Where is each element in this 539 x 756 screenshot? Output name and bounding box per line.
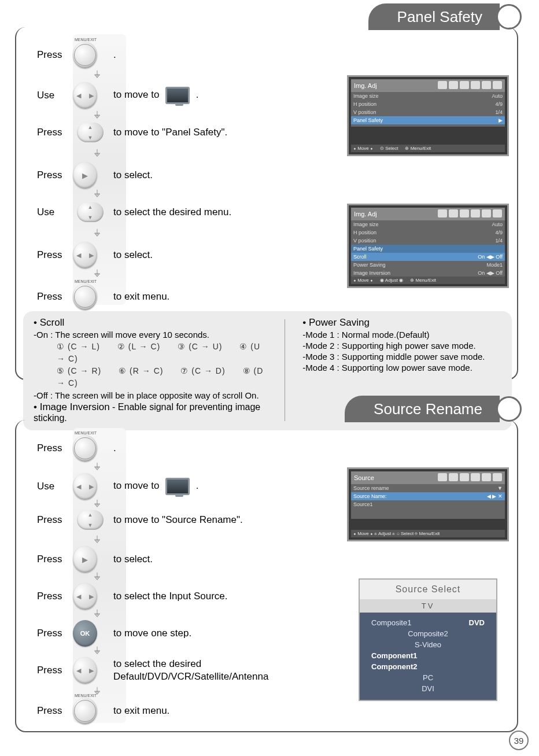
sr-step-6: Press to move one step. [37,620,338,647]
osd-row: H position4/9 [351,100,505,108]
step-verb: Use [37,90,73,101]
sr-step-5: Press to select the Input Source. [37,583,338,610]
osd-body: Source rename▼ Source Name:◀ ▶ ✕ Source1 [351,484,505,519]
panel-safety-tab: Panel Safety [368,3,522,30]
osd-icon-row [436,81,502,90]
step-text: to select. [113,554,338,565]
osd-header: Img. Adj [351,208,505,220]
osd-footer: ⬥ Move ⬥ ◉ Adjust ◉ ⊕ Menu/Exit [351,276,505,284]
tab-label: Source Rename [345,396,500,422]
source-row: Component2 [371,661,485,672]
osd-header: Source [351,471,505,484]
source-row: Composite2 [371,628,485,639]
step-verb: Press [37,705,73,717]
mode4: -Mode 4 : Supporting low power save mode… [302,363,501,373]
down-arrow-icon [92,534,102,547]
left-right-button-icon [73,242,97,268]
ps-step-6: Press to select. [37,242,338,268]
osd-row: Source rename▼ [351,484,505,492]
step-verb: Press [37,591,73,602]
ps-step-2: Use to move to . [37,82,338,109]
down-arrow-icon [92,228,102,241]
down-arrow-icon [92,571,102,584]
ps-step-1: Press . [37,42,338,68]
source-row: PC [371,672,485,683]
pre-text: to move to [113,89,159,100]
menu-exit-button-icon [73,42,97,68]
osd-row-highlight: Panel Safety▶ [351,116,505,124]
step-verb: Use [37,206,73,218]
osd-footer: ⬥ Move ⬥ ⊙ Select ⊕ Menu/Exit [351,145,505,152]
step-text: to select. [113,169,338,181]
step-verb: Press [37,127,73,138]
osd-footer: ⬥ Move ⬥ ◉ Adjust ◉ ⊙ Select ⊕ Menu/Exit [351,530,505,537]
mode3: -Mode 3 : Supporting middle power save m… [302,352,501,362]
post-text: . [196,89,199,100]
step-text: to move to "Panel Safety". [113,127,338,138]
osd-screenshot-1: Img. Adj Image sizeAuto H position4/9 V … [347,75,509,156]
down-arrow-icon [92,646,102,658]
step-text: to exit menu. [113,705,338,717]
source-row: DVI [371,683,485,694]
osd-row: Panel Safety [351,245,505,253]
menu-exit-button-icon [73,435,97,462]
sr-step-7: Press to select the desired Default/DVD/… [37,657,338,684]
tab-label: Panel Safety [368,3,500,30]
step-text: to move to . [113,87,338,104]
ps-step-3: Press to move to "Panel Safety". [37,123,338,142]
step-verb: Press [37,249,73,261]
ps-step-4: Press to select. [37,162,338,189]
source-row: S-Video [371,639,485,650]
down-arrow-icon [92,110,102,123]
left-right-button-icon [73,82,97,109]
step-verb: Press [37,169,73,181]
osd-row: V position1/4 [351,237,505,245]
mode1: -Mode 1 : Normal mode.(Default) [302,330,501,340]
scroll-title: Scroll [34,317,267,329]
step-verb: Press [37,554,73,565]
step-verb: Press [37,442,73,454]
left-right-button-icon [73,473,97,500]
source-select-tv: TV [360,599,496,613]
source-select-title: Source Select [360,580,496,599]
osd-row: Image sizeAuto [351,92,505,100]
osd-screenshot-2: Img. Adj Image sizeAuto H position4/9 V … [347,204,509,288]
scroll-on: -On : The screen will move every 10 seco… [34,330,267,340]
power-saving-title: Power Saving [302,317,501,329]
step-text: to select. [113,249,338,261]
post-text: . [196,480,199,491]
sr-step-1: Press . [37,435,338,462]
source-row: Composite1DVD [371,617,485,628]
step-text: to move one step. [113,628,338,639]
step-text: to exit menu. [113,291,338,303]
tab-circle-decoration [496,4,522,29]
info-left: Scroll -On : The screen will move every … [34,317,267,423]
osd-row: V position1/4 [351,108,505,116]
down-arrow-icon [92,499,102,511]
osd-row: Power SavingMode1 [351,261,505,269]
source-row: Component1 [371,650,485,661]
osd-row: Image sizeAuto [351,220,505,228]
up-down-button-icon [77,123,104,142]
down-arrow-icon [92,69,102,82]
down-arrow-icon [92,189,102,201]
step-text: . [113,442,338,454]
step-verb: Press [37,49,73,61]
tab-circle-decoration [496,396,522,422]
mode2: -Mode 2 : Supporting high power save mod… [302,341,501,351]
inversion-title: Image Inversion [34,401,110,412]
osd-source-screenshot: Source Source rename▼ Source Name:◀ ▶ ✕ … [347,467,509,541]
up-down-button-icon [77,202,104,222]
scroll-sequence-b: ⑤ (C → R) ⑥ (R → C) ⑦ (C → D) ⑧ (D → C) [34,365,267,389]
step-verb: Press [37,628,73,639]
sr-step-3: Press to move to "Source Rename". [37,510,338,530]
left-right-button-icon [73,657,97,684]
step-verb: Press [37,665,73,676]
scroll-sequence-a: ① (C → L) ② (L → C) ③ (C → U) ④ (U → C) [34,341,267,365]
scroll-off: -Off : The screen will be in place oppos… [34,390,267,400]
up-down-button-icon [77,510,104,530]
step-text: to select the desired menu. [113,206,338,218]
osd-row: Image InversionOn ◀▶ Off [351,269,505,277]
step-text: to select the desired Default/DVD/VCR/Sa… [113,658,338,683]
tv-icon [165,87,190,104]
